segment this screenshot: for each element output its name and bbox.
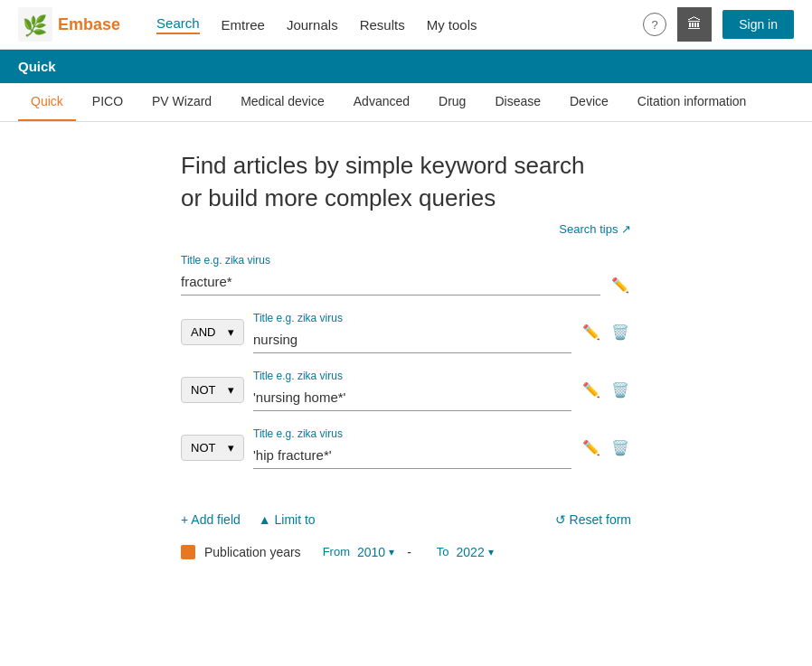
main-nav: Search Emtree Journals Results My tools	[156, 15, 643, 34]
operator-and-button[interactable]: AND ▾	[181, 319, 244, 345]
headline-line2: or build more complex queries	[181, 182, 631, 214]
tabs-bar: Quick PICO PV Wizard Medical device Adva…	[0, 83, 812, 122]
field-group-4: Title e.g. zika virus	[253, 427, 571, 469]
from-year-select: From 2010 ▾	[323, 545, 395, 559]
row-actions-3: ✏️ 🗑️	[581, 380, 631, 400]
field-group-3: Title e.g. zika virus	[253, 370, 571, 411]
row-actions-2: ✏️ 🗑️	[581, 322, 631, 342]
edit-icon-3[interactable]: ✏️	[581, 380, 602, 400]
svg-text:🌿: 🌿	[23, 14, 48, 38]
to-year-value: 2022	[457, 545, 485, 559]
operator-chevron-icon: ▾	[228, 325, 234, 339]
edit-icon-4[interactable]: ✏️	[581, 437, 602, 458]
header-right: ? 🏛 Sign in	[643, 7, 794, 42]
from-year-value: 2010	[357, 545, 385, 559]
tab-drug[interactable]: Drug	[426, 83, 478, 121]
field-label-4: Title e.g. zika virus	[253, 427, 571, 440]
operator-not1-label: NOT	[191, 383, 215, 397]
reset-form-button[interactable]: ↺ Reset form	[555, 512, 631, 527]
tab-pv-wizard[interactable]: PV Wizard	[139, 83, 224, 121]
tab-pico[interactable]: PICO	[80, 83, 136, 121]
operator-not2-label: NOT	[191, 441, 215, 455]
field-input-3[interactable]	[253, 384, 571, 411]
search-tips-area: Search tips ↗	[181, 222, 631, 236]
to-year-select: To 2022 ▾	[437, 545, 494, 559]
main-content: Find articles by simple keyword search o…	[0, 122, 812, 586]
tab-medical-device[interactable]: Medical device	[228, 83, 337, 121]
row-actions-1: ✏️	[609, 275, 631, 295]
year-dash: -	[407, 545, 411, 559]
field-label-2: Title e.g. zika virus	[253, 312, 571, 324]
search-row-2: AND ▾ Title e.g. zika virus ✏️ 🗑️	[181, 312, 631, 353]
to-label: To	[437, 545, 449, 558]
operator-not1-chevron-icon: ▾	[228, 383, 234, 397]
bottom-controls: + Add field ▲ Limit to ↺ Reset form	[181, 503, 631, 527]
operator-not2-button[interactable]: NOT ▾	[181, 435, 244, 461]
field-input-4[interactable]	[253, 442, 571, 469]
headline-line1: Find articles by simple keyword search	[181, 149, 631, 182]
to-year-chevron-icon[interactable]: ▾	[488, 546, 494, 558]
field-group-1: Title e.g. zika virus	[181, 254, 600, 295]
search-row-3: NOT ▾ Title e.g. zika virus ✏️ 🗑️	[181, 370, 631, 411]
elsevier-logo-icon: 🌿	[18, 7, 52, 42]
field-input-1[interactable]	[181, 268, 600, 295]
logo[interactable]: 🌿 Embase	[18, 7, 120, 42]
nav-results[interactable]: Results	[360, 17, 405, 33]
nav-emtree[interactable]: Emtree	[222, 17, 265, 33]
signin-button[interactable]: Sign in	[722, 10, 794, 39]
header: 🌿 Embase Search Emtree Journals Results …	[0, 0, 812, 50]
blue-bar-label: Quick	[18, 59, 56, 74]
logo-text: Embase	[58, 15, 120, 34]
blue-bar: Quick	[0, 50, 812, 83]
edit-icon-1[interactable]: ✏️	[609, 275, 631, 295]
pub-years-label: Publication years	[204, 545, 301, 559]
delete-icon-2[interactable]: 🗑️	[609, 322, 631, 342]
from-year-chevron-icon[interactable]: ▾	[389, 546, 394, 558]
nav-journals[interactable]: Journals	[287, 17, 338, 33]
search-row-4: NOT ▾ Title e.g. zika virus ✏️ 🗑️	[181, 427, 631, 469]
nav-my-tools[interactable]: My tools	[427, 17, 477, 33]
library-button[interactable]: 🏛	[677, 7, 712, 42]
field-group-2: Title e.g. zika virus	[253, 312, 571, 353]
operator-not1-button[interactable]: NOT ▾	[181, 377, 244, 403]
headline: Find articles by simple keyword search o…	[181, 149, 631, 215]
operator-not2-chevron-icon: ▾	[228, 441, 234, 455]
search-row-1: Title e.g. zika virus ✏️	[181, 254, 631, 295]
tab-disease[interactable]: Disease	[482, 83, 553, 121]
field-input-2[interactable]	[253, 326, 571, 353]
tab-device[interactable]: Device	[557, 83, 621, 121]
pub-years-indicator	[181, 545, 195, 559]
field-label-3: Title e.g. zika virus	[253, 370, 571, 382]
pub-years-row: Publication years From 2010 ▾ - To 2022 …	[181, 545, 631, 559]
edit-icon-2[interactable]: ✏️	[581, 322, 602, 342]
field-label-1: Title e.g. zika virus	[181, 254, 600, 267]
limit-to-button[interactable]: ▲ Limit to	[259, 512, 316, 527]
search-tips-link[interactable]: Search tips ↗	[559, 222, 631, 236]
row-actions-4: ✏️ 🗑️	[581, 437, 631, 458]
nav-search[interactable]: Search	[156, 15, 200, 34]
add-field-button[interactable]: + Add field	[181, 512, 241, 527]
operator-and-label: AND	[191, 325, 215, 339]
delete-icon-3[interactable]: 🗑️	[609, 380, 631, 400]
help-button[interactable]: ?	[643, 13, 666, 36]
tab-advanced[interactable]: Advanced	[341, 83, 422, 121]
tab-quick[interactable]: Quick	[18, 83, 76, 121]
search-rows: Title e.g. zika virus ✏️ AND ▾ Title e.g…	[181, 254, 631, 485]
delete-icon-4[interactable]: 🗑️	[609, 437, 631, 458]
from-label: From	[323, 545, 350, 558]
bottom-left: + Add field ▲ Limit to	[181, 512, 316, 527]
tab-citation-information[interactable]: Citation information	[625, 83, 760, 121]
